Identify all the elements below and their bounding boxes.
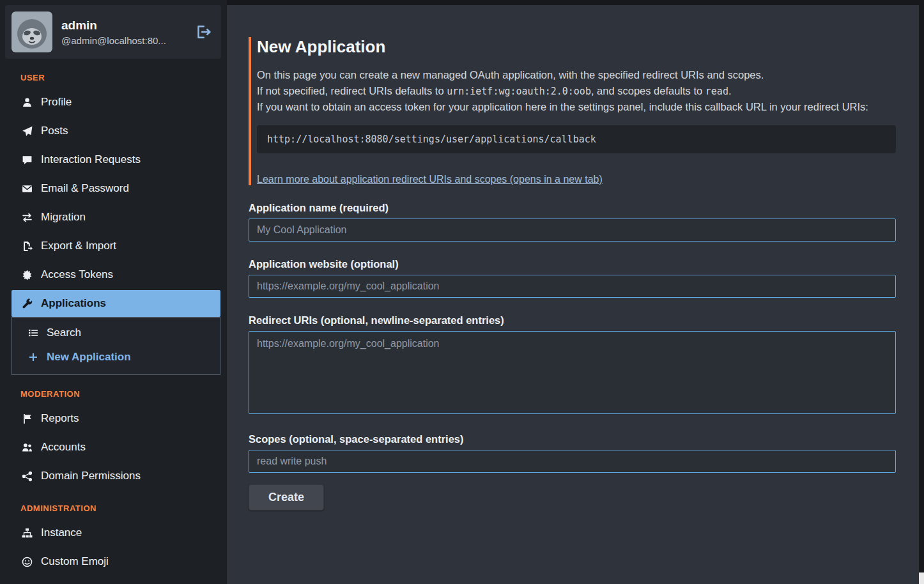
sidebar-item-label: Accounts bbox=[41, 441, 86, 454]
application-website-label: Application website (optional) bbox=[249, 258, 896, 270]
application-name-input[interactable] bbox=[249, 219, 896, 242]
sidebar-item-label: Interaction Requests bbox=[41, 153, 141, 166]
intro-text: , and scopes defaults to bbox=[591, 85, 705, 96]
sign-out-icon[interactable] bbox=[193, 22, 213, 42]
sidebar-item-label: Instance bbox=[41, 526, 82, 539]
user-handle: @admin@localhost:80... bbox=[61, 35, 184, 46]
users-icon bbox=[20, 442, 33, 453]
sidebar-item-email-password[interactable]: Email & Password bbox=[12, 175, 220, 202]
sidebar-item-label: Domain Permissions bbox=[41, 470, 141, 482]
redirect-uris-group: Redirect URIs (optional, newline-separat… bbox=[249, 314, 896, 417]
scopes-group: Scopes (optional, space-separated entrie… bbox=[249, 433, 896, 473]
user-meta: admin @admin@localhost:80... bbox=[61, 19, 184, 46]
intro-line-3: If you want to obtain an access token fo… bbox=[257, 99, 896, 115]
subnav-item-label: New Application bbox=[47, 351, 131, 364]
sidebar: admin @admin@localhost:80... USER Profil… bbox=[0, 0, 227, 584]
sitemap-icon bbox=[20, 528, 33, 539]
subnav-item-new-application[interactable]: New Application bbox=[12, 345, 220, 369]
sidebar-nav: USER Profile Posts Interaction Requests bbox=[12, 73, 220, 584]
intro-block: New Application On this page you can cre… bbox=[249, 37, 896, 185]
sidebar-item-profile[interactable]: Profile bbox=[12, 89, 220, 116]
app-window: admin @admin@localhost:80... USER Profil… bbox=[0, 0, 924, 584]
scopes-input[interactable] bbox=[249, 450, 896, 473]
subnav-item-search[interactable]: Search bbox=[12, 321, 220, 345]
section-header-administration: ADMINISTRATION bbox=[20, 503, 220, 513]
sidebar-item-export-import[interactable]: Export & Import bbox=[12, 233, 220, 259]
list-icon bbox=[27, 328, 39, 338]
sidebar-item-label: Access Tokens bbox=[41, 268, 113, 281]
sidebar-item-label: Reports bbox=[41, 412, 79, 425]
intro-text: . bbox=[728, 85, 732, 96]
learn-more-link[interactable]: Learn more about application redirect UR… bbox=[257, 174, 603, 185]
sidebar-item-interaction-requests[interactable]: Interaction Requests bbox=[12, 146, 220, 173]
create-button[interactable]: Create bbox=[249, 484, 324, 511]
sidebar-item-accounts[interactable]: Accounts bbox=[12, 434, 220, 461]
section-header-moderation: MODERATION bbox=[20, 389, 220, 399]
sidebar-item-custom-emoji[interactable]: Custom Emoji bbox=[12, 548, 220, 575]
callback-url-code-block: http://localhost:8080/settings/user/appl… bbox=[257, 125, 896, 153]
user-icon bbox=[20, 97, 33, 108]
redirect-uris-textarea[interactable] bbox=[249, 331, 896, 414]
sidebar-item-label: Export & Import bbox=[41, 240, 116, 252]
user-card: admin @admin@localhost:80... bbox=[5, 5, 221, 59]
paper-plane-icon bbox=[20, 126, 33, 137]
inline-code-oob: urn:ietf:wg:oauth:2.0:oob bbox=[447, 86, 591, 97]
new-application-form: Application name (required) Application … bbox=[249, 202, 896, 511]
file-export-icon bbox=[20, 241, 33, 252]
plus-icon bbox=[27, 352, 39, 362]
sidebar-item-access-tokens[interactable]: Access Tokens bbox=[12, 261, 220, 288]
application-name-group: Application name (required) bbox=[249, 202, 896, 242]
scopes-label: Scopes (optional, space-separated entrie… bbox=[249, 433, 896, 445]
intro-line-2: If not specified, redirect URIs defaults… bbox=[257, 83, 896, 99]
application-name-label: Application name (required) bbox=[249, 202, 896, 214]
sidebar-item-instance[interactable]: Instance bbox=[12, 519, 220, 546]
sidebar-item-posts[interactable]: Posts bbox=[12, 118, 220, 144]
application-website-input[interactable] bbox=[249, 275, 896, 298]
sidebar-item-label: Posts bbox=[41, 125, 68, 137]
smiley-icon bbox=[20, 557, 33, 567]
envelope-icon bbox=[20, 183, 33, 194]
application-website-group: Application website (optional) bbox=[249, 258, 896, 298]
page-title: New Application bbox=[257, 37, 896, 57]
sidebar-item-reports[interactable]: Reports bbox=[12, 405, 220, 432]
sidebar-item-applications[interactable]: Applications bbox=[12, 290, 220, 317]
avatar bbox=[12, 12, 52, 52]
sidebar-item-label: Applications bbox=[41, 297, 106, 310]
scrollbar-thumb[interactable] bbox=[919, 572, 924, 584]
applications-subnav: Search New Application bbox=[12, 317, 220, 375]
sidebar-item-actions[interactable]: Actions bbox=[12, 577, 220, 584]
user-name: admin bbox=[61, 19, 184, 33]
share-nodes-icon bbox=[20, 471, 33, 482]
sidebar-item-label: Custom Emoji bbox=[41, 555, 109, 568]
certificate-icon bbox=[20, 270, 33, 280]
redirect-uris-label: Redirect URIs (optional, newline-separat… bbox=[249, 314, 896, 327]
intro-text: If not specified, redirect URIs defaults… bbox=[257, 85, 447, 96]
scrollbar-track[interactable] bbox=[919, 0, 924, 584]
comment-icon bbox=[20, 155, 33, 165]
sidebar-item-label: Email & Password bbox=[41, 182, 129, 195]
sidebar-item-label: Profile bbox=[41, 96, 72, 109]
sidebar-item-migration[interactable]: Migration bbox=[12, 204, 220, 231]
exchange-icon bbox=[20, 212, 33, 223]
sidebar-item-label: Migration bbox=[41, 211, 86, 224]
subnav-item-label: Search bbox=[47, 327, 81, 339]
sidebar-item-domain-permissions[interactable]: Domain Permissions bbox=[12, 463, 220, 489]
inline-code-read: read bbox=[705, 86, 728, 97]
flag-icon bbox=[20, 413, 33, 424]
section-header-user: USER bbox=[20, 73, 220, 82]
intro-line-1: On this page you can create a new manage… bbox=[257, 67, 896, 83]
wrench-icon bbox=[20, 298, 33, 309]
main-panel: New Application On this page you can cre… bbox=[227, 5, 919, 584]
